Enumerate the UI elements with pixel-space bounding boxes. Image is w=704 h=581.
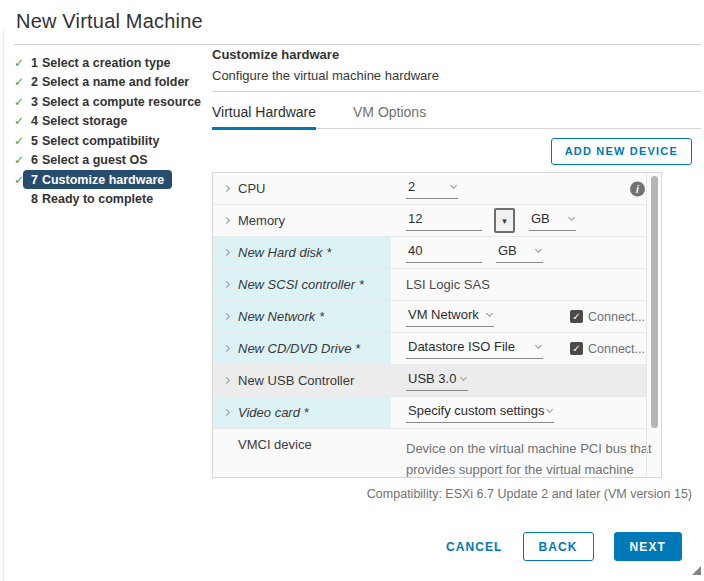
wizard-step-5[interactable]: ✓ 5Select compatibility — [14, 131, 210, 151]
caret-down-icon — [460, 373, 467, 380]
vmci-description: Device on the virtual machine PCI bus th… — [406, 437, 658, 478]
row-scsi-controller[interactable]: New SCSI controller * LSI Logic SAS — [213, 269, 647, 301]
wizard-step-7-active[interactable]: ✓ 7Customize hardware — [14, 170, 210, 190]
network-connect-label: Connect... — [588, 310, 645, 324]
network-select[interactable]: VM Network — [406, 307, 494, 327]
step-label: Select a creation type — [42, 56, 171, 70]
vmci-description-cell: Device on the virtual machine PCI bus th… — [391, 437, 658, 478]
cd-dvd-connect-label: Connect... — [588, 342, 645, 356]
hard-disk-size-input[interactable] — [406, 243, 482, 263]
cpu-count-select[interactable]: 2 — [406, 179, 458, 199]
compatibility-text: Compatibility: ESXi 6.7 Update 2 and lat… — [367, 487, 692, 501]
wizard-step-3[interactable]: ✓ 3Select a compute resource — [14, 92, 210, 112]
cd-dvd-value: Datastore ISO File — [408, 339, 515, 354]
memory-unit-select[interactable]: GB — [529, 211, 576, 231]
step-label: Select a compute resource — [42, 95, 201, 109]
next-button[interactable]: NEXT — [614, 532, 682, 561]
expand-chevron-icon[interactable] — [223, 377, 230, 384]
step-label: Select compatibility — [42, 134, 159, 148]
network-label-cell: New Network * — [213, 301, 391, 332]
dialog-edge-divider — [3, 28, 4, 581]
section-subtitle: Configure the virtual machine hardware — [212, 68, 439, 83]
tab-vm-options[interactable]: VM Options — [353, 104, 426, 130]
tab-virtual-hardware[interactable]: Virtual Hardware — [212, 104, 316, 130]
step-label: Select a guest OS — [42, 153, 148, 167]
vertical-scrollbar[interactable] — [651, 176, 658, 428]
network-label: New Network * — [238, 309, 324, 324]
row-hard-disk[interactable]: New Hard disk * GB — [213, 237, 647, 269]
row-usb-controller[interactable]: New USB Controller USB 3.0 — [213, 365, 647, 397]
expand-chevron-icon[interactable] — [223, 345, 230, 352]
device-table: CPU 2 i Memory ▾ GB — [212, 172, 662, 478]
caret-down-icon — [546, 405, 553, 412]
title-divider — [14, 44, 701, 45]
caret-down-icon — [450, 181, 457, 188]
row-cd-dvd[interactable]: New CD/DVD Drive * Datastore ISO File ✓ … — [213, 333, 647, 365]
expand-chevron-icon[interactable] — [223, 217, 230, 224]
resize-grip-icon[interactable] — [692, 566, 701, 575]
vmci-label-cell: VMCI device — [213, 437, 391, 452]
expand-chevron-icon[interactable] — [223, 313, 230, 320]
network-connect-checkbox[interactable]: ✓ — [570, 310, 583, 323]
step-number: 2 — [31, 75, 38, 89]
network-value: VM Network — [408, 307, 479, 322]
wizard-step-8[interactable]: ✓ 8Ready to complete — [14, 190, 210, 210]
footer-actions: CANCEL BACK NEXT — [446, 532, 682, 561]
step-label: Ready to complete — [42, 192, 153, 206]
step-label: Select storage — [42, 114, 127, 128]
new-vm-wizard-dialog: New Virtual Machine ✓ 1Select a creation… — [0, 0, 704, 581]
scsi-label: New SCSI controller * — [238, 277, 364, 292]
cd-dvd-select[interactable]: Datastore ISO File — [406, 339, 543, 359]
caret-down-icon — [568, 213, 575, 220]
memory-stepper-button[interactable]: ▾ — [494, 208, 515, 233]
cpu-label: CPU — [238, 181, 265, 196]
wizard-step-2[interactable]: ✓ 2Select a name and folder — [14, 73, 210, 93]
expand-chevron-icon[interactable] — [223, 185, 230, 192]
video-card-value: Specify custom settings — [408, 403, 545, 418]
wizard-step-6[interactable]: ✓ 6Select a guest OS — [14, 151, 210, 171]
row-cpu[interactable]: CPU 2 i — [213, 173, 647, 205]
usb-controls: USB 3.0 — [391, 371, 647, 391]
video-card-label: Video card * — [238, 405, 309, 420]
caret-down-icon — [535, 245, 542, 252]
step-number: 5 — [31, 134, 38, 148]
wizard-step-1[interactable]: ✓ 1Select a creation type — [14, 53, 210, 73]
row-memory[interactable]: Memory ▾ GB — [213, 205, 647, 237]
step-label: Select a name and folder — [42, 75, 189, 89]
memory-unit-value: GB — [531, 211, 550, 226]
memory-label: Memory — [238, 213, 285, 228]
caret-down-icon — [535, 341, 542, 348]
expand-chevron-icon[interactable] — [223, 409, 230, 416]
scsi-value: LSI Logic SAS — [406, 277, 490, 292]
video-card-controls: Specify custom settings — [391, 403, 647, 423]
video-card-select[interactable]: Specify custom settings — [406, 403, 554, 423]
memory-label-cell: Memory — [213, 205, 391, 236]
hard-disk-unit-value: GB — [498, 243, 517, 258]
step-label: Customize hardware — [42, 173, 164, 187]
hard-disk-label: New Hard disk * — [238, 245, 331, 260]
cd-dvd-connect-checkbox[interactable]: ✓ — [570, 342, 583, 355]
section-divider — [212, 91, 701, 92]
caret-down-icon — [486, 309, 493, 316]
expand-chevron-icon[interactable] — [223, 281, 230, 288]
network-connect-group: ✓ Connect... — [570, 310, 645, 324]
cd-dvd-label-cell: New CD/DVD Drive * — [213, 333, 391, 364]
hardware-tabs: Virtual Hardware VM Options — [212, 104, 701, 129]
info-icon[interactable]: i — [630, 181, 645, 196]
row-network[interactable]: New Network * VM Network ✓ Connect... — [213, 301, 647, 333]
memory-size-input[interactable] — [406, 211, 482, 231]
step-number: 4 — [31, 114, 38, 128]
memory-controls: ▾ GB — [391, 208, 647, 233]
expand-chevron-icon[interactable] — [223, 249, 230, 256]
row-vmci-device: VMCI device Device on the virtual machin… — [213, 429, 647, 478]
back-button[interactable]: BACK — [523, 532, 594, 561]
hard-disk-unit-select[interactable]: GB — [496, 243, 543, 263]
usb-version-select[interactable]: USB 3.0 — [406, 371, 468, 391]
cancel-button[interactable]: CANCEL — [446, 532, 503, 561]
add-new-device-button[interactable]: ADD NEW DEVICE — [551, 138, 692, 165]
vmci-label: VMCI device — [238, 437, 312, 452]
row-video-card[interactable]: Video card * Specify custom settings — [213, 397, 647, 429]
wizard-step-4[interactable]: ✓ 4Select storage — [14, 112, 210, 132]
usb-version-value: USB 3.0 — [408, 371, 456, 386]
scsi-controls: LSI Logic SAS — [391, 277, 647, 292]
